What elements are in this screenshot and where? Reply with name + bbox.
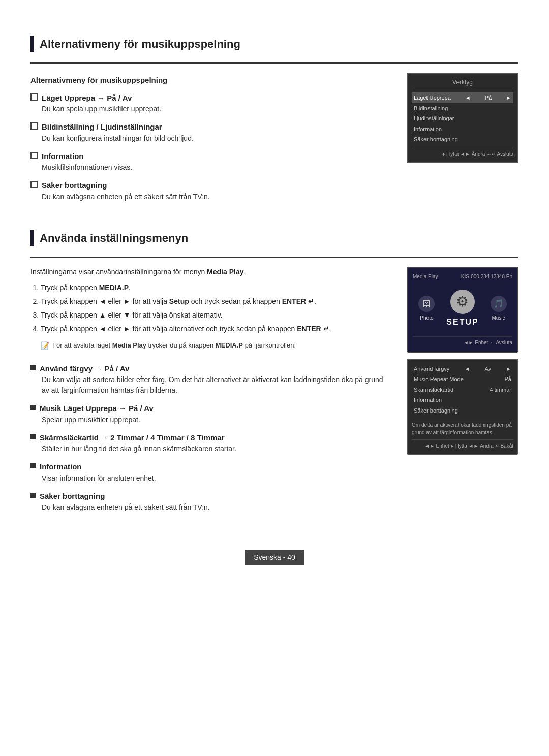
menu-item-label-information: Information: [42, 151, 84, 163]
section1-tv-screenshot: Verktyg Läget Upprepa ◄ På ► Bildinställ…: [407, 73, 518, 163]
note-text: För att avsluta läget Media Play trycker…: [52, 340, 296, 351]
mediaplay-title: Media Play: [413, 273, 438, 280]
photo-circle: 🖼: [418, 296, 435, 312]
menu-item-laget-upprepa: Läget Upprepa → På / Av Du kan spela upp…: [30, 92, 391, 115]
submenu-desc-anvaend-faergvy: Du kan välja att sortera bilder efter fä…: [42, 374, 391, 396]
tv-menu-title: Verktyg: [412, 78, 513, 89]
submenu-desc-saeker-borttagning2: Du kan avlägsna enheten på ett säkert sä…: [42, 502, 391, 513]
tv-menu-row-5: Säker borttagning: [412, 134, 513, 145]
square-icon-4: [30, 463, 36, 468]
checkbox-icon-1: [30, 93, 38, 101]
mediaplay-music-icon: 🎵 Music: [491, 296, 507, 322]
settings-label-5: Säker borttagning: [414, 406, 458, 415]
settings-row-5: Säker borttagning: [412, 405, 513, 416]
section1-title: Alternativmeny för musikuppspelning: [30, 36, 518, 52]
mediaplay-header: Media Play KIS-000.234.12348 En: [413, 273, 512, 280]
settings-note: Om detta är aktiverat ökar laddningstide…: [412, 419, 513, 436]
settings-label-3: Skärmsläckartid: [414, 386, 453, 394]
tv-menu-row-3: Ljudinställningar: [412, 113, 513, 124]
settings-row-1: Använd färgvy ◄ Av ►: [412, 364, 513, 374]
menu-item-title-laegt-upprepa: Läget Upprepa → På / Av: [30, 92, 391, 104]
mediaplay-bottom-bar: ◄► Enhet ← Avsluta: [413, 336, 512, 346]
tv-menu-row-2: Bildinställning: [412, 103, 513, 114]
section1-content: Alternativmeny för musikuppspelning Läge…: [30, 73, 391, 209]
menu-item-information: Information Musikfilsinformationen visas…: [30, 151, 391, 173]
submenu-item-information2: Information Visar information för anslut…: [30, 461, 391, 484]
square-icon-1: [30, 365, 36, 370]
photo-label: Photo: [420, 315, 433, 321]
mediaplay-photo-icon: 🖼 Photo: [418, 296, 435, 322]
tv-menu-label-2: Bildinställning: [414, 104, 448, 113]
submenu-item-skaermslaeckartid: Skärmsläckartid → 2 Timmar / 4 Timmar / …: [30, 432, 391, 455]
setup-gear-icon: ⚙: [450, 290, 475, 314]
submenu-item-musik-laegt-upprepa: Musik Läget Upprepa → På / Av Spelar upp…: [30, 403, 391, 425]
settings-bottom-bar: ◄► Enhet ♦ Flytta ◄► Ändra ↩ Bakåt: [412, 439, 513, 450]
tv-menu-label-1: Läget Upprepa: [414, 93, 451, 102]
section1: Alternativmeny för musikuppspelning Alte…: [30, 36, 518, 209]
section2: Använda inställningsmenyn Inställningarn…: [30, 230, 518, 520]
menu-item-label-bildinstaellning: Bildinställning / Ljudinställningar: [42, 121, 162, 133]
checkbox-icon-4: [30, 181, 38, 188]
menu-item-label-laegt-upprepa: Läget Upprepa → På / Av: [42, 92, 132, 104]
settings-value-2: På: [505, 375, 511, 384]
section2-right-screenshots: Media Play KIS-000.234.12348 En 🖼 Photo …: [407, 267, 518, 455]
tv-menu-label-4: Information: [414, 125, 442, 134]
tv-menu-row-4: Information: [412, 124, 513, 135]
mediaplay-setup-center: ⚙ SETUP: [446, 290, 478, 328]
settings-arrow-right-1: ►: [506, 365, 511, 373]
settings-row-4: Information: [412, 395, 513, 405]
page-footer: Svenska - 40: [30, 550, 518, 565]
menu-item-desc-laegt-upprepa: Du kan spela upp musikfiler upprepat.: [42, 104, 391, 114]
menu-item-label-saeker-borttagning: Säker borttagning: [42, 180, 107, 192]
settings-label-4: Information: [414, 396, 442, 404]
section1-subtitle: Alternativmeny för musikuppspelning: [30, 75, 391, 86]
submenu-desc-information2: Visar information för ansluten enhet.: [42, 473, 391, 484]
settings-label-1: Använd färgvy: [414, 365, 449, 373]
square-icon-2: [30, 405, 36, 410]
music-label: Music: [492, 315, 505, 321]
settings-screenshot: Använd färgvy ◄ Av ► Music Repeat Mode P…: [407, 359, 518, 455]
settings-row-3: Skärmsläckartid 4 timmar: [412, 385, 513, 395]
tv-menu-screenshot: Verktyg Läget Upprepa ◄ På ► Bildinställ…: [407, 73, 518, 163]
music-circle: 🎵: [491, 296, 507, 312]
menu-item-bildinstaellning: Bildinställning / Ljudinställningar Du k…: [30, 121, 391, 144]
settings-row-2: Music Repeat Mode På: [412, 374, 513, 385]
tv-menu-label-5: Säker borttagning: [414, 135, 458, 144]
footer-badge: Svenska - 40: [245, 550, 304, 565]
tv-bottom-bar: ♦ Flytta ◄► Ändra ←↵ Avsluta: [412, 148, 513, 158]
submenu-item-anvaend-faergvy: Använd färgvy → På / Av Du kan välja att…: [30, 363, 391, 396]
mediaplay-icons: 🖼 Photo ⚙ SETUP 🎵 Music: [413, 285, 512, 333]
submenu-label-skaermslaeckartid: Skärmsläckartid → 2 Timmar / 4 Timmar / …: [40, 432, 225, 444]
tv-bottom-text: ♦ Flytta ◄► Ändra ←↵ Avsluta: [442, 150, 513, 158]
submenu-label-information2: Information: [40, 461, 82, 473]
tv-menu-value-1: På: [485, 93, 492, 102]
menu-item-desc-saeker-borttagning: Du kan avlägsna enheten på ett säkert sä…: [42, 192, 391, 202]
submenu-label-anvaend-faergvy: Använd färgvy → På / Av: [40, 363, 129, 375]
checkbox-icon-2: [30, 122, 38, 130]
settings-value-1: Av: [484, 365, 491, 373]
tv-menu-arrow-right-1: ►: [506, 93, 511, 102]
step-2: Tryck på knappen ◄ eller ► för att välja…: [41, 296, 391, 307]
settings-label-2: Music Repeat Mode: [414, 375, 464, 384]
menu-item-saeker-borttagning: Säker borttagning Du kan avlägsna enhete…: [30, 180, 391, 202]
section2-left-content: Inställningarna visar användarinställnin…: [30, 267, 391, 520]
square-icon-3: [30, 434, 36, 439]
section2-intro: Inställningarna visar användarinställnin…: [30, 267, 391, 277]
step-4: Tryck på knappen ◄ eller ► för att välja…: [41, 324, 391, 334]
mediaplay-screenshot: Media Play KIS-000.234.12348 En 🖼 Photo …: [407, 267, 518, 353]
menu-item-desc-information: Musikfilsinformationen visas.: [42, 162, 391, 173]
submenu-desc-skaermslaeckartid: Ställer in hur lång tid det ska gå innan…: [42, 444, 391, 454]
settings-value-3: 4 timmar: [490, 386, 511, 394]
settings-bottom-text: ◄► Enhet ♦ Flytta ◄► Ändra ↩ Bakåt: [424, 442, 513, 450]
tv-menu-label-3: Ljudinställningar: [414, 114, 454, 123]
submenu-label-saeker-borttagning2: Säker borttagning: [40, 491, 105, 502]
checkbox-icon-3: [30, 152, 38, 159]
tv-menu-row-1: Läget Upprepa ◄ På ►: [412, 92, 513, 103]
step-1: Tryck på knappen MEDIA.P.: [41, 282, 391, 293]
square-icon-5: [30, 493, 36, 498]
mediaplay-bottom-text: ◄► Enhet ← Avsluta: [464, 339, 512, 346]
settings-arrow-left-1: ◄: [464, 365, 470, 373]
submenu-label-musik-laegt-upprepa: Musik Läget Upprepa → På / Av: [40, 403, 154, 415]
note-block: 📝 För att avsluta läget Media Play tryck…: [41, 340, 391, 351]
step-3: Tryck på knappen ▲ eller ▼ för att välja…: [41, 310, 391, 321]
